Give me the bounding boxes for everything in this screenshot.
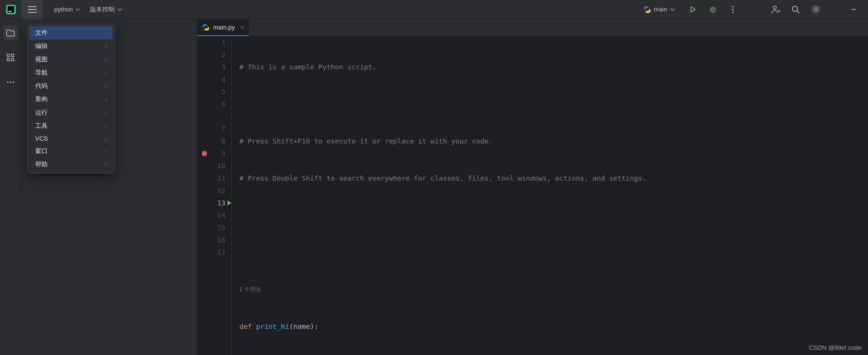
search-icon — [791, 5, 800, 14]
pycharm-icon — [6, 5, 16, 14]
project-selector[interactable]: python — [49, 0, 85, 19]
project-panel: status_demo\python 文件 › 编辑 › 视图 › 导航 › 代… — [21, 19, 197, 355]
tab-close-button[interactable]: × — [239, 24, 245, 31]
chevron-down-icon — [670, 8, 675, 11]
svg-rect-34 — [7, 58, 10, 61]
run-config-label: main — [654, 6, 667, 13]
menu-item-label: 运行 — [35, 108, 48, 117]
python-file-icon — [643, 6, 651, 13]
line-number: 5 — [197, 86, 231, 98]
tab-row: main.py × — [197, 19, 868, 36]
line-number: 4 — [197, 73, 231, 86]
svg-line-28 — [818, 11, 819, 12]
code-content[interactable]: # This is a sample Python script. # Pres… — [232, 36, 868, 355]
usage-hint[interactable]: 1 个用法 — [232, 283, 868, 296]
chevron-right-icon: › — [105, 162, 107, 167]
svg-line-21 — [797, 11, 799, 13]
person-add-icon — [771, 5, 780, 14]
app-logo — [0, 0, 21, 19]
menu-item-code[interactable]: 代码 › — [30, 79, 113, 93]
svg-line-27 — [813, 7, 814, 8]
line-number: 9 — [197, 147, 231, 160]
menu-item-help[interactable]: 帮助 › — [30, 158, 113, 171]
menu-item-label: 视图 — [35, 55, 48, 64]
svg-point-22 — [814, 8, 817, 11]
chevron-right-icon: › — [105, 110, 107, 115]
watermark: CSDN @ifdef code — [809, 344, 861, 351]
editor-area: main.py × 1 2 3 4 5 6 7 8 9 10 11 12 13 — [197, 19, 868, 355]
folder-icon — [6, 29, 15, 37]
code-editor[interactable]: 1 2 3 4 5 6 7 8 9 10 11 12 13 14 15 16 — [197, 36, 868, 355]
menu-item-navigate[interactable]: 导航 › — [30, 66, 113, 79]
svg-point-36 — [7, 81, 8, 83]
chevron-right-icon: › — [105, 96, 107, 102]
titlebar: python 版本控制 main — [0, 0, 868, 19]
tool-rail — [0, 19, 21, 355]
svg-rect-3 — [28, 6, 37, 7]
breakpoint-icon[interactable] — [202, 151, 207, 156]
svg-rect-35 — [11, 58, 14, 61]
svg-line-13 — [714, 8, 715, 9]
main-menu-dropdown: 文件 › 编辑 › 视图 › 导航 › 代码 › 重构 › — [27, 24, 115, 173]
svg-point-15 — [732, 9, 733, 10]
menu-item-label: 重构 — [35, 95, 48, 104]
more-actions-button[interactable] — [727, 4, 739, 15]
line-number: 7 — [197, 123, 231, 135]
menu-item-run[interactable]: 运行 › — [30, 106, 113, 119]
run-config-selector[interactable]: main — [640, 3, 679, 16]
run-button[interactable] — [687, 4, 699, 15]
project-tool-button[interactable] — [3, 26, 18, 40]
more-tools-button[interactable] — [3, 75, 18, 89]
main-menu-button[interactable] — [21, 0, 43, 19]
menu-item-view[interactable]: 视图 › — [30, 53, 113, 66]
line-number: 17 — [197, 246, 231, 259]
svg-point-17 — [773, 6, 777, 9]
menu-item-edit[interactable]: 编辑 › — [30, 39, 113, 53]
svg-line-12 — [710, 8, 711, 9]
line-number: 12 — [197, 184, 231, 197]
menu-item-label: 工具 — [35, 122, 48, 130]
svg-rect-32 — [7, 54, 10, 57]
vcs-label: 版本控制 — [90, 5, 115, 14]
menu-item-vcs[interactable]: VCS › — [30, 133, 113, 144]
line-number: 16 — [197, 234, 231, 246]
settings-button[interactable] — [810, 4, 821, 15]
line-number: 10 — [197, 160, 231, 172]
chevron-right-icon: › — [105, 123, 107, 129]
svg-point-38 — [12, 81, 14, 83]
svg-rect-5 — [28, 12, 37, 13]
svg-line-30 — [813, 11, 814, 12]
search-everywhere-button[interactable] — [790, 4, 801, 15]
menu-item-window[interactable]: 窗口 › — [30, 144, 113, 158]
minimize-icon — [850, 6, 857, 13]
structure-tool-button[interactable] — [3, 50, 18, 65]
svg-line-29 — [818, 7, 819, 8]
play-icon — [689, 6, 697, 13]
menu-item-tools[interactable]: 工具 › — [30, 119, 113, 133]
menu-item-label: 帮助 — [35, 160, 48, 169]
svg-point-14 — [732, 6, 733, 7]
svg-line-11 — [715, 11, 716, 11]
svg-rect-2 — [9, 11, 11, 12]
svg-point-20 — [792, 6, 798, 11]
chevron-right-icon: › — [105, 30, 107, 36]
bug-icon — [709, 5, 717, 14]
chevron-right-icon: › — [105, 83, 107, 89]
menu-item-label: 编辑 — [35, 42, 48, 50]
menu-item-file[interactable]: 文件 › — [30, 26, 113, 39]
svg-point-16 — [732, 11, 733, 13]
menu-item-refactor[interactable]: 重构 › — [30, 93, 113, 106]
run-script-icon[interactable] — [227, 200, 232, 206]
line-number: 2 — [197, 48, 231, 61]
tab-label: main.py — [213, 24, 235, 31]
chevron-down-icon — [76, 8, 80, 11]
chevron-right-icon: › — [105, 57, 107, 62]
tab-main-py[interactable]: main.py × — [197, 19, 249, 36]
debug-button[interactable] — [707, 4, 719, 15]
python-file-icon — [202, 24, 209, 31]
vcs-selector[interactable]: 版本控制 — [85, 0, 127, 19]
minimize-button[interactable] — [848, 4, 859, 15]
gear-icon — [811, 5, 820, 14]
code-with-me-button[interactable] — [770, 4, 781, 15]
chevron-right-icon: › — [105, 148, 107, 154]
